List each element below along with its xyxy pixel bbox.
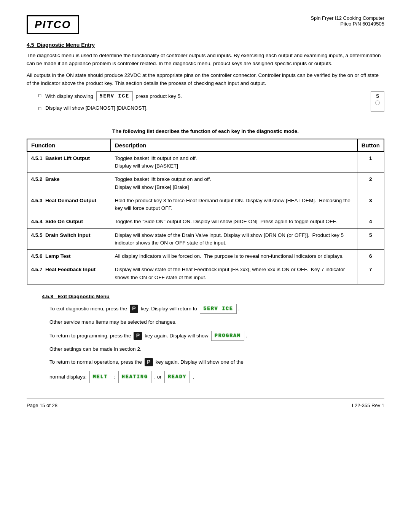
product-line1: Spin Fryer I12 Cooking Computer [311,15,384,21]
product-line2: Pitco P/N 60149505 [311,21,384,27]
exit-para-3: To return to programming, press the P ke… [49,331,384,341]
page-header: PITCO Spin Fryer I12 Cooking Computer Pi… [27,15,384,34]
table-cell-function: 4.5.6 Lamp Test [27,250,111,263]
melt-display: MELT [89,371,111,383]
bullet-item-1: With display showing 5ERV ICE press prod… [38,91,363,101]
table-cell-function: 4.5.4 Side On Output [27,215,111,228]
subsection-458-title: 4.5.8 Exit Diagnostic Menu [42,294,384,299]
logo-text: PITCO [35,19,71,30]
ready-display: READY [164,371,190,383]
table-row: 4.5.6 Lamp TestAll display indicators wi… [27,250,384,263]
exit-para-4: Other settings can be made in section 2. [49,345,384,353]
footer-page: Page 15 of 28 [27,403,57,408]
service-display-inline: 5ERV ICE [96,91,133,101]
table-cell-function: 4.5.3 Heat Demand Output [27,194,111,215]
table-cell-description: All display indicators will be forced on… [111,250,357,263]
diagnostic-table: Function Description Button 4.5.1 Basket… [27,139,384,284]
table-cell-function: 4.5.2 Brake [27,173,111,194]
table-cell-description: Toggles basket lift brake output on and … [111,173,357,194]
table-row: 4.5.2 BrakeToggles basket lift brake out… [27,173,384,194]
table-cell-description: Toggles the "Side ON" output ON. Display… [111,215,357,228]
exit-para-2: Other service menu items may be selected… [49,318,384,326]
bullet-item-2: Display will show [DIAGNOST] [DIAGNOST]. [38,104,363,112]
table-cell-button: 1 [357,152,384,173]
table-row: 4.5.1 Basket Lift OutputToggles basket l… [27,152,384,173]
program-display: PROGRAM [211,331,244,341]
bullet-list: With display showing 5ERV ICE press prod… [38,91,363,115]
key5-box: 5 [371,91,384,112]
table-cell-description: Toggles basket lift output on and off. D… [111,152,357,173]
exit-para-1: To exit diagnostic menu, press the P key… [49,304,384,314]
p-button-3: P [145,358,153,366]
table-cell-button: 7 [357,263,384,284]
table-cell-description: Display will show state of the Drain Val… [111,228,357,250]
key5-label: 5 [371,93,384,99]
table-row: 4.5.3 Heat Demand OutputHold the product… [27,194,384,215]
table-row: 4.5.4 Side On OutputToggles the "Side ON… [27,215,384,228]
intro-paragraph-1: The diagnostic menu is used to determine… [27,52,384,68]
table-cell-function: 4.5.5 Drain Switch Input [27,228,111,250]
col-header-description: Description [111,139,357,152]
col-header-function: Function [27,139,111,152]
table-cell-description: Display will show state of the Heat Feed… [111,263,357,284]
table-row: 4.5.7 Heat Feedback InputDisplay will sh… [27,263,384,284]
header-info: Spin Fryer I12 Cooking Computer Pitco P/… [311,15,384,27]
heating-display: HEATING [118,371,151,383]
key5-circle [375,101,380,105]
intro-paragraph-2: All outputs in the ON state should produ… [27,72,384,88]
table-cell-button: 6 [357,250,384,263]
table-cell-button: 2 [357,173,384,194]
footer-doc: L22-355 Rev 1 [352,403,384,408]
service-display-exit: 5ERV ICE [200,304,236,314]
diagnostic-mode-intro: The following list describes the functio… [27,128,384,134]
logo-area: PITCO [27,15,79,34]
table-cell-button: 5 [357,228,384,250]
logo-box: PITCO [27,15,79,34]
p-button-1: P [130,305,138,313]
table-cell-button: 3 [357,194,384,215]
exit-para-5: To return to normal operations, press th… [49,358,384,366]
page-footer: Page 15 of 28 L22-355 Rev 1 [27,398,384,408]
p-button-2: P [134,332,142,340]
normal-displays-line: normal displays: MELT ; HEATING , or REA… [49,371,384,383]
table-cell-function: 4.5.1 Basket Lift Output [27,152,111,173]
table-cell-function: 4.5.7 Heat Feedback Input [27,263,111,284]
table-cell-button: 4 [357,215,384,228]
table-row: 4.5.5 Drain Switch InputDisplay will sho… [27,228,384,250]
table-cell-description: Hold the product key 3 to force Heat Dem… [111,194,357,215]
col-header-button: Button [357,139,384,152]
section-title: 4.5 Diagnostic Menu Entry [27,42,384,48]
